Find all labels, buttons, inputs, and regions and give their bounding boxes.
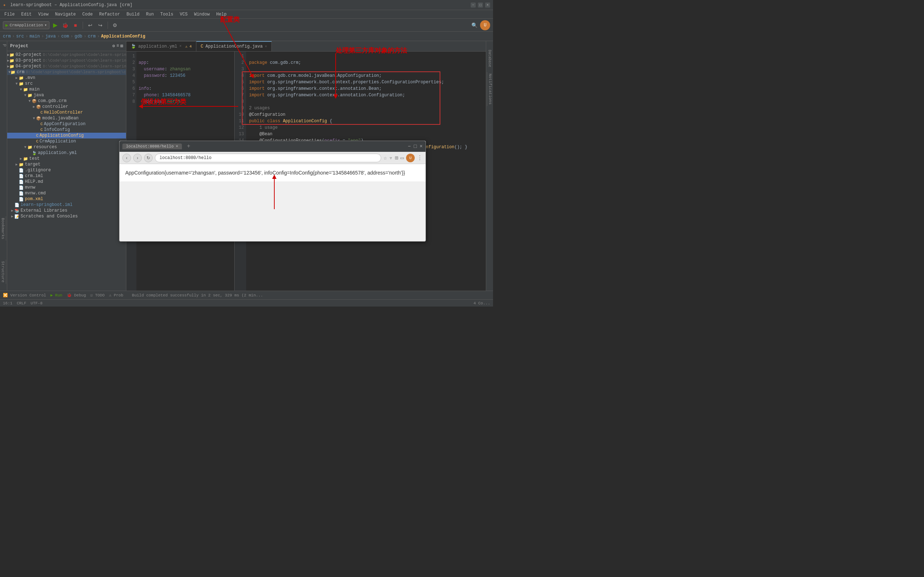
tree-item-main[interactable]: ▼ 📁 main: [7, 87, 126, 92]
reader-mode-icon[interactable]: ▭: [400, 154, 404, 161]
tab-yaml[interactable]: 🍃 application.yml × ⚠ 4: [126, 41, 196, 51]
tree-item-mvnw[interactable]: 📄 mvnw: [7, 185, 126, 190]
tree-item-crm[interactable]: ▼ 📁 crm D:\Code\springboot\Code\learn-sp…: [7, 69, 126, 75]
menu-tools[interactable]: Tools: [157, 11, 176, 18]
browser-back-button[interactable]: ‹: [122, 154, 131, 162]
browser-close-button[interactable]: ×: [420, 143, 423, 149]
menu-vcs[interactable]: VCS: [177, 11, 191, 18]
sidebar-header-icons: ⚙ ≡ ⊞: [112, 43, 123, 49]
menu-navigate[interactable]: Navigate: [52, 11, 79, 18]
sidebar-title: Project: [10, 44, 28, 49]
version-control-tab[interactable]: 🔀 Version Control: [3, 293, 46, 298]
tree-item-application-yml[interactable]: 🍃 application.yml: [7, 150, 126, 156]
notifications-panel-label[interactable]: Notifications: [487, 72, 493, 106]
sidebar-tree: ▶ 📁 02-project D:\Code\springboot\Code\l…: [7, 51, 126, 298]
debug-tab[interactable]: 🐞 Debug: [67, 293, 86, 298]
nav-part-3[interactable]: main: [30, 34, 40, 39]
tree-item-controller[interactable]: ▶ 📦 controller: [7, 104, 126, 110]
tree-item-AppConfiguration[interactable]: C AppConfiguration: [7, 121, 126, 127]
bookmark-icon[interactable]: ☆: [383, 154, 387, 161]
bookmarks-panel-label[interactable]: Bookmarks: [0, 216, 6, 240]
tree-item-target[interactable]: ▶ 📁 target: [7, 161, 126, 167]
nav-part-8[interactable]: ApplicationConfig: [101, 34, 145, 39]
tree-item-external-libraries[interactable]: ▶ 📚 External Libraries: [7, 208, 126, 213]
tree-item-HelloController[interactable]: C HelloController: [7, 110, 126, 115]
run-button[interactable]: ▶: [51, 21, 60, 29]
tree-item-resources[interactable]: ▼ 📁 resources: [7, 144, 126, 150]
browser-url-bar[interactable]: localhost:8080/hello: [155, 154, 381, 162]
menu-refactor[interactable]: Refactor: [96, 11, 123, 18]
browser-controls: − □ ×: [408, 143, 423, 149]
sidebar-gear-icon[interactable]: ⚙: [112, 43, 115, 49]
tree-item-CrmApplication[interactable]: C CrmApplication: [7, 139, 126, 144]
todo-tab[interactable]: ☑ TODO: [90, 293, 105, 298]
browser-tab-close[interactable]: ×: [176, 144, 178, 148]
maximize-button[interactable]: □: [478, 3, 483, 8]
redo-button[interactable]: ↪: [96, 21, 105, 29]
menu-run[interactable]: Run: [143, 11, 157, 18]
tree-item-scratches[interactable]: ▶ 📝 Scratches and Consoles: [7, 213, 126, 219]
undo-button[interactable]: ↩: [86, 21, 95, 29]
tree-item-gitignore[interactable]: 📄 .gitignore: [7, 167, 126, 173]
minimize-button[interactable]: −: [471, 3, 476, 8]
user-avatar[interactable]: U: [480, 20, 490, 30]
browser-minimize-button[interactable]: −: [408, 143, 411, 149]
tree-item-03project[interactable]: ▶ 📁 03-project D:\Code\springboot\Code\l…: [7, 58, 126, 63]
browser-refresh-button[interactable]: ↻: [144, 154, 153, 162]
tree-item-InfoConfig[interactable]: C InfoConfig: [7, 127, 126, 133]
nav-part-4[interactable]: java: [45, 34, 56, 39]
tree-item-help-md[interactable]: 📄 HELP.md: [7, 179, 126, 185]
browser-forward-button[interactable]: ›: [133, 154, 142, 162]
project-icon[interactable]: P: [1, 43, 6, 48]
nav-part-7[interactable]: crm: [88, 34, 96, 39]
browser-menu-icon[interactable]: ⋮: [417, 154, 423, 161]
tree-item-src[interactable]: ▼ 📁 src: [7, 81, 126, 87]
close-button[interactable]: ×: [485, 3, 490, 8]
nav-part-5[interactable]: com: [61, 34, 69, 39]
menu-build[interactable]: Build: [123, 11, 142, 18]
menu-window[interactable]: Window: [191, 11, 213, 18]
tree-item-com-gdb-crm[interactable]: ▼ 📦 com.gdb.crm: [7, 98, 126, 104]
search-button[interactable]: 🔍: [470, 21, 478, 29]
tab-java-close[interactable]: ×: [265, 45, 267, 49]
sidebar-expand-icon[interactable]: ≡: [116, 43, 119, 49]
tab-yaml-close[interactable]: ×: [179, 44, 181, 48]
menu-bar: File Edit View Navigate Code Refactor Bu…: [0, 10, 493, 19]
tree-item-crm-iml[interactable]: 📄 crm.iml: [7, 173, 126, 179]
menu-help[interactable]: Help: [213, 11, 229, 18]
tree-item-ApplicationConfig[interactable]: C ApplicationConfig: [7, 133, 126, 139]
menu-file[interactable]: File: [2, 11, 18, 18]
browser-settings-icon[interactable]: ▿: [389, 154, 393, 161]
database-label[interactable]: Database: [488, 50, 492, 67]
browser-tab[interactable]: localhost:8080/hello ×: [122, 143, 182, 149]
tree-item-java[interactable]: ▼ 📁 java: [7, 92, 126, 98]
extensions-icon[interactable]: ⊞: [395, 154, 399, 161]
tree-item-04project[interactable]: ▶ 📁 04-project D:\Code\springboot\Code\l…: [7, 63, 126, 69]
nav-part-6[interactable]: gdb: [74, 34, 82, 39]
nav-part-2[interactable]: src: [16, 34, 24, 39]
sidebar-layout-icon[interactable]: ⊞: [121, 43, 123, 49]
tree-item-mvnw-cmd[interactable]: 📄 mvnw.cmd: [7, 190, 126, 196]
tree-item-pom-xml[interactable]: 📄 pom.xml: [7, 196, 126, 202]
menu-view[interactable]: View: [36, 11, 52, 18]
nav-part-1[interactable]: crm: [3, 34, 11, 39]
tree-item-learn-springboot-iml[interactable]: 📄 learn-springboot.iml: [7, 202, 126, 208]
run-config-dropdown[interactable]: ▶ CrmApplication ▾: [3, 21, 50, 29]
stop-button[interactable]: ■: [71, 21, 80, 29]
settings-button[interactable]: ⚙: [111, 21, 120, 29]
tree-item-mvn[interactable]: ▶ 📁 .mvn: [7, 75, 126, 81]
menu-code[interactable]: Code: [79, 11, 96, 18]
browser-maximize-button[interactable]: □: [414, 143, 417, 149]
run-tab[interactable]: ▶ Run: [50, 293, 63, 298]
tab-java[interactable]: C ApplicationConfig.java ×: [196, 41, 272, 51]
tree-item-02project[interactable]: ▶ 📁 02-project D:\Code\springboot\Code\l…: [7, 52, 126, 58]
problems-tab[interactable]: ⚠ Prob: [109, 293, 123, 298]
browser-user-icon[interactable]: U: [406, 154, 415, 162]
menu-edit[interactable]: Edit: [18, 11, 35, 18]
tree-item-test[interactable]: ▶ 📁 test: [7, 156, 126, 161]
new-tab-button[interactable]: +: [187, 143, 191, 150]
window-title: learn-springboot – ApplicationConfig.jav…: [10, 3, 132, 8]
structure-panel-label[interactable]: Structure: [0, 259, 6, 284]
tree-item-model-javaBean[interactable]: ▼ 📦 model.javaBean: [7, 115, 126, 121]
debug-button[interactable]: 🐞: [61, 21, 69, 29]
